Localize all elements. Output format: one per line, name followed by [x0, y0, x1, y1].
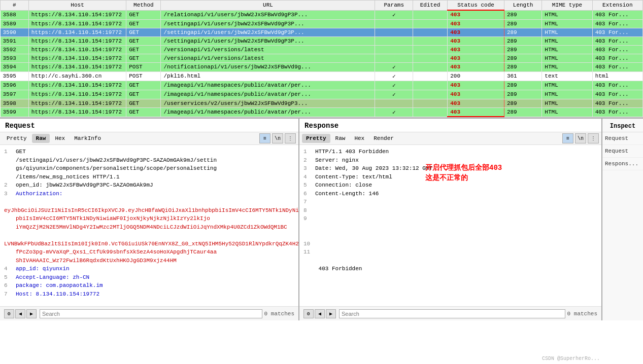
response-line: 3Date: Wed, 30 Aug 2023 13:32:12 GMT	[303, 164, 597, 173]
response-line: 4Content-Type: text/html	[303, 173, 597, 181]
table-row[interactable]: 3598https://8.134.110.154:19772GET/users…	[1, 99, 643, 107]
tab-raw[interactable]: Raw	[32, 134, 50, 143]
table-row[interactable]: 3594https://8.134.110.154:19772POST/noti…	[1, 62, 643, 71]
table-row[interactable]: 3597https://8.134.110.154:19772GET/image…	[1, 90, 643, 99]
request-match-count: 0 matches	[264, 311, 294, 317]
icon-resp-wrap[interactable]: \n	[575, 133, 586, 143]
table-row[interactable]: 3592https://8.134.110.154:19772GET/versi…	[1, 45, 643, 54]
watermark: CSDN @SuperherRo...	[542, 356, 600, 361]
response-search-input[interactable]	[339, 309, 565, 318]
response-line	[303, 257, 597, 265]
request-panel: Request Pretty Raw Hex MarkInfo ≡ \n ⋮ 1…	[0, 119, 299, 320]
col-length[interactable]: Length	[504, 1, 542, 11]
response-line: 403 Forbidden	[303, 265, 597, 273]
tab-resp-render[interactable]: Render	[369, 134, 398, 143]
response-content: 1HTTP/1.1 403 Forbidden2Server: nginx3Da…	[299, 145, 601, 306]
inspect-panel: Inspect Request Request Respons...	[602, 119, 643, 320]
response-line: 7	[303, 198, 597, 206]
icon-list-view[interactable]: ≡	[259, 133, 270, 143]
tab-hex[interactable]: Hex	[51, 134, 69, 143]
col-#[interactable]: #	[1, 1, 29, 11]
response-match-count: 0 matches	[567, 311, 597, 317]
response-line: </span></div><div data-name="response-li…	[303, 223, 597, 232]
inspect-title: Inspect	[602, 119, 643, 132]
col-method[interactable]: Method	[126, 1, 161, 11]
tab-markinfo[interactable]: MarkInfo	[70, 134, 105, 143]
request-search-input[interactable]	[40, 309, 262, 318]
response-settings-btn[interactable]: ⚙	[303, 309, 314, 318]
icon-resp-more[interactable]: ⋮	[588, 133, 599, 143]
icon-more[interactable]: ⋮	[285, 133, 296, 143]
inspect-item-2[interactable]: Request	[602, 145, 643, 158]
response-line: 1HTTP/1.1 403 Forbidden	[303, 148, 597, 156]
table-row[interactable]: 3589https://8.134.110.154:19772GET/setti…	[1, 19, 643, 28]
tab-resp-pretty[interactable]: Pretty	[302, 134, 330, 143]
response-back-btn[interactable]: ◀	[315, 309, 325, 318]
inspect-item-1[interactable]: Request	[602, 132, 643, 145]
table-row[interactable]: 3588https://8.134.110.154:19772GET/relat…	[1, 10, 643, 19]
icon-wrap[interactable]: \n	[272, 133, 283, 143]
response-line: 10	[303, 240, 597, 248]
request-content: 1GET /settingapi/v1/users/jbwW2JxSFBwVd9…	[0, 145, 298, 306]
table-row[interactable]: 3599https://8.134.110.154:19772GET/image…	[1, 107, 643, 117]
response-panel: Response Pretty Raw Hex Render ≡ \n ⋮ 1H…	[299, 119, 602, 320]
table-row[interactable]: 3591https://8.134.110.154:19772GET/setti…	[1, 37, 643, 45]
response-line: 9	[303, 214, 597, 223]
response-line: 8	[303, 206, 597, 215]
request-panel-title: Request	[0, 119, 298, 132]
request-forward-btn[interactable]: ▶	[26, 309, 37, 318]
response-line: 5Connection: close	[303, 181, 597, 190]
request-settings-btn[interactable]: ⚙	[4, 309, 14, 318]
icon-resp-list[interactable]: ≡	[562, 133, 573, 143]
response-line: 6Content-Length: 146	[303, 190, 597, 198]
col-extension[interactable]: Extension	[592, 1, 642, 11]
tab-pretty[interactable]: Pretty	[3, 134, 31, 143]
table-row[interactable]: 3593https://8.134.110.154:19772GET/versi…	[1, 54, 643, 62]
request-tabs: Pretty Raw Hex MarkInfo ≡ \n ⋮	[0, 132, 298, 145]
tab-resp-hex[interactable]: Hex	[350, 134, 368, 143]
col-status-code[interactable]: Status code	[448, 1, 504, 11]
table-row[interactable]: 3590https://8.134.110.154:19772GET/setti…	[1, 28, 643, 37]
request-toolbar: ⚙ ◀ ▶ 0 matches	[0, 306, 298, 320]
col-host[interactable]: Host	[28, 1, 126, 11]
table-row[interactable]: 3596https://8.134.110.154:19772GET/image…	[1, 81, 643, 90]
col-mime-type[interactable]: MIME type	[542, 1, 592, 11]
response-line: 11	[303, 248, 597, 257]
response-tabs: Pretty Raw Hex Render ≡ \n ⋮	[299, 132, 601, 145]
response-toolbar: ⚙ ◀ ▶ 0 matches	[299, 306, 601, 320]
response-line: 2Server: nginx	[303, 156, 597, 165]
table-row[interactable]: 3595http://c.sayhi.360.cnPOST/pkl16.html…	[1, 71, 643, 81]
col-url[interactable]: URL	[161, 1, 375, 11]
request-back-btn[interactable]: ◀	[15, 309, 25, 318]
response-line	[303, 231, 597, 240]
request-table: #HostMethodURLParamsEditedStatus codeLen…	[0, 0, 643, 118]
inspect-item-3[interactable]: Respons...	[602, 158, 643, 170]
response-panel-title: Response	[299, 119, 601, 132]
col-edited[interactable]: Edited	[413, 1, 447, 11]
col-params[interactable]: Params	[375, 1, 413, 11]
tab-resp-raw[interactable]: Raw	[331, 134, 350, 143]
response-forward-btn[interactable]: ▶	[326, 309, 336, 318]
